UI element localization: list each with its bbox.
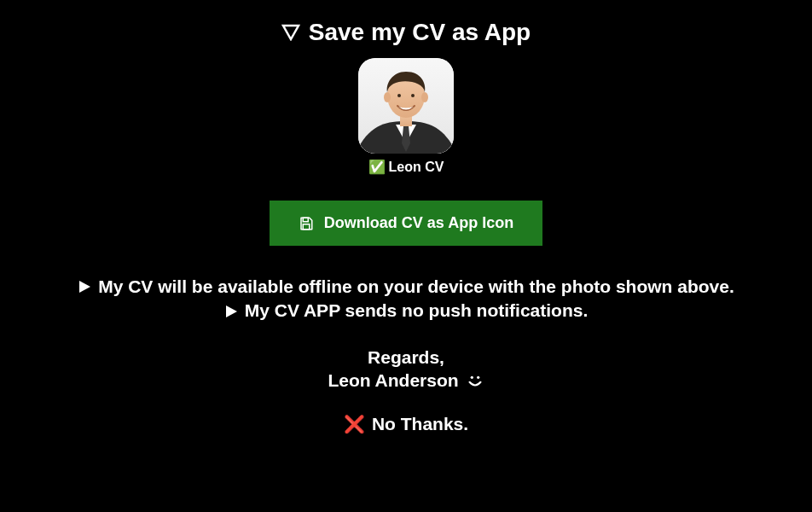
svg-marker-0 [283, 26, 299, 39]
svg-point-6 [421, 92, 428, 102]
svg-point-8 [411, 94, 415, 97]
svg-point-7 [397, 94, 401, 97]
save-icon [299, 216, 314, 231]
svg-point-14 [477, 375, 479, 378]
check-icon: ✅ [368, 159, 386, 175]
info-line-2-text: My CV APP sends no push notifications. [245, 299, 589, 323]
save-cv-modal: Save my CV as App [0, 0, 812, 512]
regards-text: Regards, [328, 346, 484, 369]
smile-icon [466, 371, 484, 390]
svg-rect-10 [303, 224, 310, 229]
svg-point-5 [384, 92, 391, 102]
triangle-down-icon [281, 24, 300, 41]
play-icon [224, 305, 238, 318]
svg-marker-11 [79, 281, 90, 293]
cross-icon: ❌ [344, 414, 365, 434]
svg-rect-9 [303, 218, 308, 222]
signature-block: Regards, Leon Anderson [328, 346, 484, 393]
download-button-label: Download CV as App Icon [324, 214, 513, 232]
no-thanks-label: No Thanks. [372, 414, 468, 434]
info-text: My CV will be available offline on your … [78, 275, 734, 323]
download-button[interactable]: Download CV as App Icon [270, 201, 542, 246]
play-icon [78, 280, 91, 294]
app-icon-photo [358, 58, 454, 154]
page-title: Save my CV as App [281, 19, 531, 46]
signature-name: Leon Anderson [328, 369, 458, 392]
svg-point-13 [470, 375, 473, 378]
svg-marker-12 [226, 305, 237, 317]
no-thanks-link[interactable]: ❌ No Thanks. [344, 414, 468, 434]
page-title-text: Save my CV as App [309, 19, 531, 46]
info-line-1-text: My CV will be available offline on your … [98, 275, 734, 299]
app-icon-label: ✅ Leon CV [368, 159, 444, 175]
app-name-text: Leon CV [389, 160, 444, 175]
info-line-2: My CV APP sends no push notifications. [78, 299, 734, 323]
info-line-1: My CV will be available offline on your … [78, 275, 734, 299]
